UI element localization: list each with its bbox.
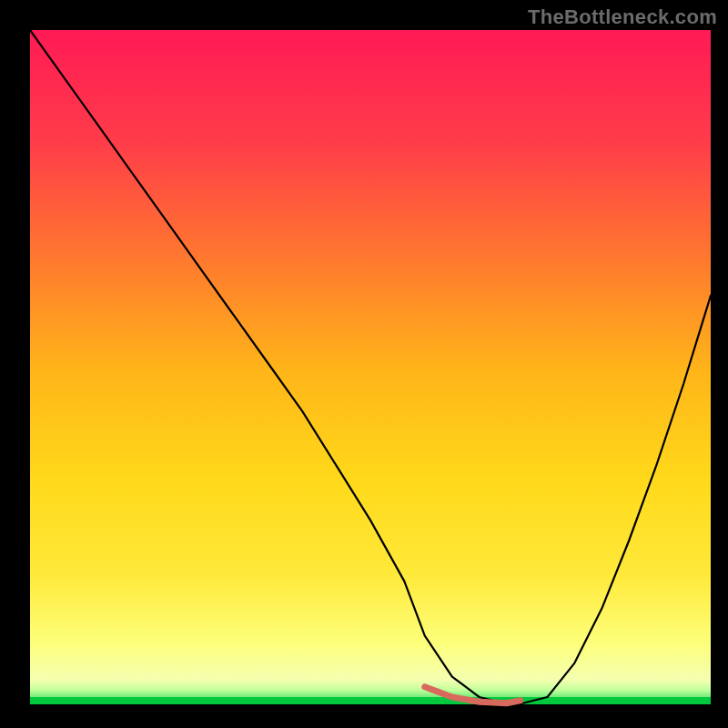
chart-svg: [0, 0, 728, 728]
chart-stage: TheBottleneck.com: [0, 0, 728, 728]
watermark-text: TheBottleneck.com: [528, 5, 717, 29]
green-band: [30, 697, 711, 704]
plot-area: [30, 30, 711, 711]
bottom-black-strip: [30, 704, 711, 711]
gradient-background: [30, 30, 711, 711]
